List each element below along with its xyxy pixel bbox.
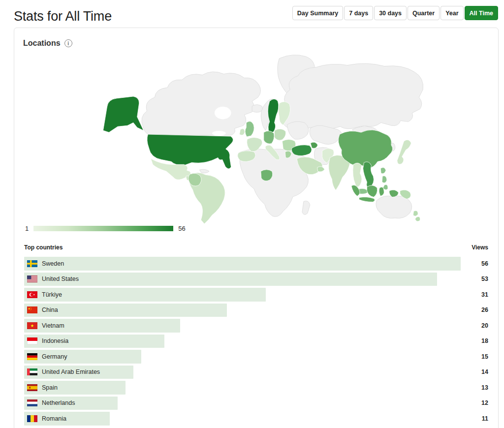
- flag-united-states-icon: [27, 275, 37, 282]
- locations-card: Locations i: [14, 28, 499, 428]
- page-title: Stats for All Time: [14, 9, 112, 24]
- tab-day-summary[interactable]: Day Summary: [292, 6, 343, 20]
- legend-max: 56: [178, 225, 185, 232]
- table-row[interactable]: Indonesia 18: [24, 335, 488, 348]
- page-header: Stats for All Time Day Summary 7 days 30…: [0, 0, 504, 24]
- tab-30-days[interactable]: 30 days: [374, 6, 407, 20]
- table-row[interactable]: Spain 13: [24, 381, 488, 395]
- flag-china-icon: [27, 306, 37, 313]
- tab-all-time[interactable]: All Time: [465, 6, 498, 20]
- flag-germany-icon: [27, 353, 37, 360]
- views-value: 14: [481, 368, 488, 375]
- country-label: Indonesia: [42, 337, 68, 344]
- flag-romania-icon: [27, 415, 37, 422]
- map-country-nz-south: [415, 216, 420, 221]
- flag-spain-icon: [27, 384, 37, 391]
- flag-netherlands-icon: [27, 399, 37, 406]
- map-country-philippines-2: [382, 176, 387, 183]
- info-icon[interactable]: i: [64, 39, 72, 47]
- map-hudson-bay: [214, 107, 231, 120]
- map-country-uae-oman: [317, 167, 324, 172]
- map-country-indonesia-sumatra: [351, 185, 359, 196]
- map-great-lakes: [212, 131, 226, 136]
- tab-year[interactable]: Year: [441, 6, 463, 20]
- map-russia: [281, 63, 423, 129]
- tab-quarter[interactable]: Quarter: [408, 6, 440, 20]
- country-label: Vietnam: [42, 322, 64, 329]
- views-value: 53: [481, 275, 488, 282]
- table-header-countries: Top countries: [24, 244, 63, 251]
- map-country-nz-north: [413, 211, 418, 216]
- map-country-alaska: [103, 96, 143, 132]
- map-country-germany: [263, 131, 274, 144]
- country-label: United States: [42, 275, 79, 282]
- map-country-ireland: [239, 129, 245, 135]
- table-row[interactable]: Germany 15: [24, 350, 488, 364]
- world-map: [87, 49, 426, 224]
- views-value: 18: [481, 337, 488, 344]
- map-australia: [376, 196, 411, 218]
- views-value: 20: [481, 322, 488, 329]
- map-madagascar: [302, 201, 310, 214]
- table-row[interactable]: Vietnam 20: [24, 319, 488, 333]
- flag-indonesia-icon: [27, 337, 37, 344]
- flag-turkiye-icon: [27, 291, 37, 298]
- table-row[interactable]: United States 53: [24, 273, 488, 286]
- country-rows: Sweden 56 United States 53 Türkiye 31 Ch…: [23, 257, 489, 426]
- map-country-turkey: [291, 145, 312, 156]
- views-value: 31: [481, 291, 488, 298]
- map-country-uk: [245, 122, 253, 137]
- map-cuba: [199, 169, 209, 173]
- locations-title: Locations: [23, 39, 61, 48]
- map-country-myanmar-thailand: [352, 163, 361, 187]
- map-country-indonesia-borneo: [367, 185, 377, 197]
- map-country-indonesia-sulawesi: [379, 187, 384, 196]
- map-country-georgia: [310, 142, 317, 148]
- country-label: Spain: [42, 384, 58, 391]
- country-label: Netherlands: [42, 399, 75, 406]
- table-row[interactable]: Romania 11: [24, 412, 488, 426]
- table-row[interactable]: United Arab Emirates 14: [24, 366, 488, 379]
- views-value: 26: [481, 306, 488, 313]
- time-range-tabs: Day Summary 7 days 30 days Quarter Year …: [292, 6, 498, 20]
- views-value: 11: [482, 415, 488, 422]
- flag-vietnam-icon: [27, 322, 37, 329]
- table-header-views: Views: [472, 244, 488, 251]
- table-row[interactable]: Netherlands 12: [24, 397, 488, 410]
- flag-sweden-icon: [27, 260, 37, 267]
- table-header: Top countries Views: [23, 244, 489, 251]
- map-iceland: [252, 105, 262, 112]
- legend-gradient-bar: [33, 226, 173, 231]
- views-value: 56: [481, 260, 488, 267]
- views-value: 13: [481, 384, 488, 391]
- country-label: United Arab Emirates: [42, 368, 100, 375]
- map-legend: 1 56: [23, 225, 489, 232]
- map-canada: [141, 72, 260, 135]
- table-row[interactable]: Türkiye 31: [24, 288, 488, 302]
- map-country-indonesia-java: [359, 197, 375, 202]
- row-bar: [24, 381, 126, 395]
- views-value: 12: [481, 399, 488, 406]
- row-bar: [24, 273, 437, 286]
- country-label: Sweden: [42, 260, 64, 267]
- table-row[interactable]: China 26: [24, 304, 488, 317]
- map-country-japan: [397, 140, 411, 164]
- map-country-philippines-1: [380, 168, 386, 174]
- map-eastern-europe: [287, 122, 309, 139]
- legend-min: 1: [25, 225, 29, 232]
- tab-7-days[interactable]: 7 days: [344, 6, 373, 20]
- country-label: Germany: [42, 353, 67, 360]
- views-value: 15: [481, 353, 488, 360]
- map-country-sweden: [268, 99, 279, 133]
- map-country-poland: [274, 129, 285, 140]
- country-label: Türkiye: [42, 291, 62, 298]
- table-row[interactable]: Sweden 56: [24, 257, 488, 271]
- country-label: China: [42, 306, 58, 313]
- flag-uae-icon: [27, 368, 37, 375]
- map-kazakhstan: [310, 125, 342, 144]
- country-label: Romania: [42, 415, 66, 422]
- row-bar: [24, 257, 461, 271]
